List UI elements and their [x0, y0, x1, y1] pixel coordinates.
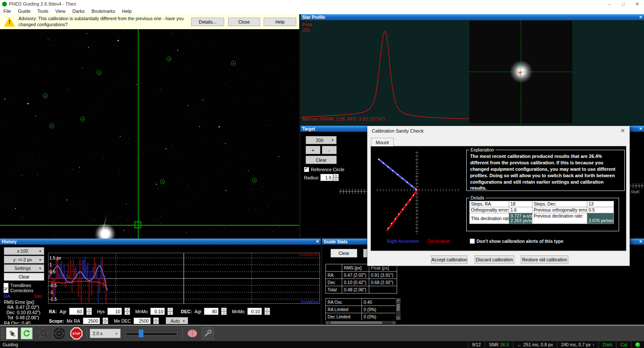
dec-minmove-label: MnMo [232, 309, 244, 314]
radius-spinner[interactable]: ▲▼ [333, 174, 339, 181]
target-zoom-out-button[interactable]: - [322, 146, 337, 154]
dialog-close-icon[interactable]: ✕ [620, 127, 625, 134]
background-star [228, 163, 229, 163]
loop-exposures-button[interactable] [21, 327, 33, 339]
radius-input[interactable]: 1.5 [320, 174, 333, 181]
background-star [37, 175, 38, 176]
background-star [206, 179, 207, 180]
dec-aggression-input[interactable]: 80 [204, 308, 219, 315]
connect-equipment-button[interactable] [6, 327, 18, 339]
background-star [124, 31, 125, 32]
dont-show-label: Don't show calibration alerts of this ty… [477, 239, 563, 244]
tab-mount[interactable]: Mount [371, 138, 394, 146]
detected-star-circle[interactable] [49, 124, 54, 128]
guide-stats-close-icon[interactable]: ✕ [639, 239, 642, 244]
detected-star-circle[interactable] [80, 117, 85, 121]
background-star [54, 123, 54, 124]
target-zoom-select[interactable]: 200▼ [306, 136, 337, 144]
close-button[interactable]: ✕ [630, 0, 644, 8]
star-profile-close-icon[interactable]: ✕ [639, 15, 642, 19]
dont-show-checkbox[interactable] [470, 239, 475, 244]
minimize-button[interactable]: – [603, 0, 617, 8]
ra-aggression-spinner[interactable]: ▲▼ [86, 308, 92, 315]
horizontal-scrollbar[interactable]: ‹ › [325, 321, 396, 324]
background-star [38, 142, 38, 142]
detected-star-circle[interactable] [231, 61, 236, 66]
corrections-row: Corrections [3, 288, 33, 293]
camera-settings-button[interactable] [202, 327, 214, 339]
background-star [118, 40, 119, 41]
dec-minmove-input[interactable]: 0.10 [247, 308, 262, 315]
target-zoom-in-button[interactable]: + [306, 146, 320, 154]
target-clear-button[interactable]: Clear [306, 156, 337, 164]
background-star [85, 214, 86, 214]
background-star [279, 227, 279, 227]
history-clear-button[interactable]: Clear [4, 273, 44, 281]
chevron-down-icon: ▼ [182, 320, 185, 323]
background-star [243, 169, 243, 170]
background-star [228, 86, 229, 86]
advisory-text: Advisory: This calibration is substantia… [18, 16, 188, 27]
max-dec-spinner[interactable]: ▲▼ [153, 318, 159, 324]
menu-darks[interactable]: Darks [69, 9, 88, 14]
menu-tools[interactable]: Tools [34, 9, 52, 14]
dec-aggression-spinner[interactable]: ▲▼ [221, 308, 227, 315]
star-field[interactable] [0, 29, 299, 239]
background-star [103, 158, 103, 159]
advisory-help-button[interactable]: Help [264, 18, 296, 26]
guide-button[interactable] [52, 326, 67, 341]
menu-view[interactable]: View [52, 9, 69, 14]
auto-select-star-button[interactable] [36, 327, 50, 340]
hysteresis-spinner[interactable]: ▲▼ [125, 308, 130, 315]
ra-minmove-input[interactable]: 0.10 [150, 308, 165, 315]
slider-track[interactable] [126, 333, 177, 336]
detected-star-circle[interactable] [160, 179, 165, 184]
scroll-down-icon[interactable]: ∨ [396, 316, 401, 320]
background-star [286, 197, 287, 197]
exposure-select[interactable]: 2.0 s ∨ [90, 329, 121, 338]
history-close-icon[interactable]: ✕ [316, 239, 319, 244]
max-ra-input[interactable]: 2500 [83, 318, 100, 324]
background-star [152, 148, 152, 149]
star-profile-titlebar: Star Profile ✕ [301, 14, 644, 20]
guide-stats-clear-button[interactable]: Clear [331, 249, 357, 257]
dec-mode-select[interactable]: Auto▼ [166, 317, 188, 324]
stretch-slider[interactable] [126, 329, 176, 338]
max-dec-input[interactable]: 2500 [134, 318, 151, 324]
slider-handle[interactable] [139, 330, 143, 337]
background-star [196, 111, 197, 112]
vertical-scrollbar[interactable]: ∧ ∨ [396, 298, 401, 320]
detected-star-circle[interactable] [252, 178, 257, 183]
history-yscale-select[interactable]: y: +/-2 px▼ [4, 256, 44, 263]
advisory-details-button[interactable]: Details... [191, 18, 224, 26]
ra-aggression-input[interactable]: 60 [69, 308, 84, 315]
ra-minmove-spinner[interactable]: ▲▼ [167, 308, 173, 315]
toolbar-grip[interactable] [1, 328, 4, 339]
dec-minmove-spinner[interactable]: ▲▼ [264, 308, 270, 315]
hysteresis-input[interactable]: 10 [107, 308, 122, 315]
scroll-left-icon[interactable]: ‹ [325, 321, 330, 324]
maximize-button[interactable]: □ [617, 0, 630, 8]
reference-circle-checkbox[interactable] [304, 167, 309, 172]
advanced-settings-button[interactable] [186, 327, 198, 339]
accept-calibration-button[interactable]: Accept calibration [431, 255, 468, 264]
menu-help[interactable]: Help [118, 9, 135, 14]
target-close-icon[interactable]: ✕ [639, 127, 642, 131]
background-star [279, 64, 280, 65]
max-ra-spinner[interactable]: ▲▼ [103, 318, 108, 324]
scroll-right-icon[interactable]: › [392, 321, 396, 324]
detected-star-circle[interactable] [97, 70, 101, 75]
menu-bookmarks[interactable]: Bookmarks [88, 9, 118, 14]
stop-button[interactable]: STOP [70, 327, 82, 339]
detected-star-circle[interactable] [167, 57, 171, 61]
history-settings-select[interactable]: Settings▼ [4, 264, 44, 272]
detected-star-circle[interactable] [43, 94, 48, 98]
discard-calibration-button[interactable]: Discard calibration [474, 255, 514, 264]
history-xscale-select[interactable]: x:100▼ [4, 247, 44, 255]
scroll-up-icon[interactable]: ∧ [396, 298, 401, 303]
advisory-close-button[interactable]: Close [228, 18, 260, 26]
menu-guide[interactable]: Guide [15, 9, 34, 14]
restore-old-calibration-button[interactable]: Restore old calibration [521, 255, 568, 264]
corrections-checkbox[interactable] [3, 288, 9, 293]
menu-file[interactable]: File [0, 9, 15, 14]
